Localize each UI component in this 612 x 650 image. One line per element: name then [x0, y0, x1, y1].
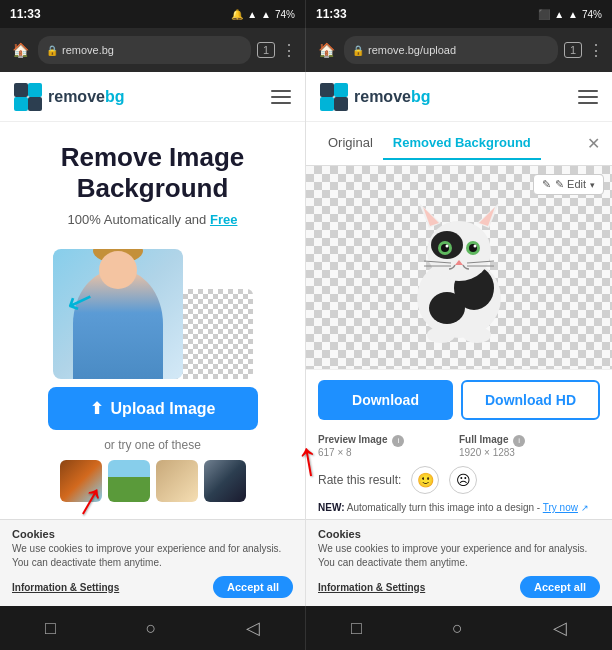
- thumbs-down-button[interactable]: ☹: [449, 466, 477, 494]
- home-icon-left[interactable]: 🏠: [8, 42, 32, 58]
- svg-point-21: [446, 244, 449, 247]
- status-icons-left: 🔔 ▲ ▲ 74%: [231, 9, 295, 20]
- edit-button[interactable]: ✎ ✎ Edit ▾: [533, 174, 604, 195]
- or-try-text: or try one of these: [104, 438, 201, 452]
- app-header-right: removebg: [306, 72, 612, 122]
- menu-icon-right[interactable]: ⋮: [588, 41, 604, 60]
- svg-point-29: [463, 327, 491, 343]
- cookie-actions-right: Information & Settings Accept all: [318, 576, 600, 598]
- hamburger-line-r1: [578, 90, 598, 92]
- lock-icon-right: 🔒: [352, 45, 364, 56]
- action-bar: Download Download HD: [306, 369, 612, 430]
- svg-rect-2: [14, 97, 28, 111]
- info-icon-preview[interactable]: i: [392, 435, 404, 447]
- try-now-link[interactable]: Try now: [543, 502, 578, 513]
- menu-icon-left[interactable]: ⋮: [281, 41, 297, 60]
- circle-icon-right[interactable]: ○: [452, 618, 463, 639]
- upload-button[interactable]: ⬆ Upload Image: [48, 387, 258, 430]
- circle-icon-left[interactable]: ○: [146, 618, 157, 639]
- svg-point-10: [429, 292, 465, 324]
- new-badge: NEW:: [318, 502, 344, 513]
- cookie-settings-left[interactable]: Information & Settings: [12, 582, 119, 593]
- cookie-accept-left[interactable]: Accept all: [213, 576, 293, 598]
- svg-rect-4: [320, 83, 334, 97]
- back-icon-right[interactable]: ◁: [553, 617, 567, 639]
- info-icon-full[interactable]: i: [513, 435, 525, 447]
- cookie-actions-left: Information & Settings Accept all: [12, 576, 293, 598]
- preview-area: ✎ ✎ Edit ▾: [306, 166, 612, 369]
- tab-removed-background[interactable]: Removed Background: [383, 127, 541, 160]
- image-info: Preview Image i 617 × 8 Full Image i 192…: [306, 430, 612, 462]
- wifi-icon-right: ▲: [554, 9, 564, 20]
- close-button[interactable]: ✕: [587, 134, 600, 153]
- bottom-nav-left: □ ○ ◁: [0, 606, 306, 650]
- rating-bar: Rate this result: 🙂 ☹: [306, 462, 612, 498]
- cookie-text-left: We use cookies to improve your experienc…: [12, 542, 293, 570]
- url-text-left: remove.bg: [62, 44, 243, 56]
- battery-right: 74%: [582, 9, 602, 20]
- bottom-nav-right: □ ○ ◁: [306, 606, 612, 650]
- tab-original[interactable]: Original: [318, 127, 383, 160]
- logo-left: removebg: [14, 83, 124, 111]
- hamburger-left[interactable]: [271, 90, 291, 104]
- square-icon-left[interactable]: □: [45, 618, 56, 639]
- cookie-banner-right: Cookies We use cookies to improve your e…: [306, 519, 612, 606]
- thumbs-up-button[interactable]: 🙂: [411, 466, 439, 494]
- hamburger-right[interactable]: [578, 90, 598, 104]
- sample-image-grass[interactable]: [108, 460, 150, 502]
- back-icon-left[interactable]: ◁: [246, 617, 260, 639]
- sample-image-dog[interactable]: [60, 460, 102, 502]
- nav-bar: 🏠 🔒 remove.bg 1 ⋮ 🏠 🔒 remove.bg/upload 1…: [0, 28, 612, 72]
- logo-text-left: removebg: [48, 88, 124, 106]
- sample-images: [60, 460, 246, 502]
- sample-dog-bg: [60, 460, 102, 502]
- hamburger-line-r3: [578, 102, 598, 104]
- external-link-icon: ↗: [581, 503, 589, 513]
- edit-icon: ✎: [542, 178, 551, 191]
- rate-label: Rate this result:: [318, 473, 401, 487]
- svg-rect-1: [28, 83, 42, 97]
- logo-accent-left: bg: [105, 88, 125, 105]
- svg-point-22: [474, 244, 477, 247]
- hero-image-area: ↙: [53, 239, 253, 379]
- cookie-settings-right[interactable]: Information & Settings: [318, 582, 425, 593]
- cookie-accept-right[interactable]: Accept all: [520, 576, 600, 598]
- cookie-text-right: We use cookies to improve your experienc…: [318, 542, 600, 570]
- left-panel: removebg Remove Image Background 100% Au…: [0, 72, 306, 606]
- preview-label: Preview Image: [318, 434, 387, 445]
- download-hd-button[interactable]: Download HD: [461, 380, 600, 420]
- tabs-icon-left[interactable]: 1: [257, 42, 275, 58]
- edit-label: ✎ Edit: [555, 178, 586, 191]
- url-bar-left[interactable]: 🔒 remove.bg: [38, 36, 251, 64]
- new-feature-text: Automatically turn this image into a des…: [347, 502, 543, 513]
- download-button[interactable]: Download: [318, 380, 453, 420]
- hamburger-line-2: [271, 96, 291, 98]
- right-tabs: Original Removed Background ✕: [306, 122, 612, 166]
- sample-image-cup[interactable]: [156, 460, 198, 502]
- subtitle-text: 100% Automatically and: [68, 212, 210, 227]
- panels-wrapper: removebg Remove Image Background 100% Au…: [0, 72, 612, 606]
- url-bar-right[interactable]: 🔒 remove.bg/upload: [344, 36, 558, 64]
- left-content: Remove Image Background 100% Automatical…: [0, 122, 305, 519]
- status-bar-left: 11:33 🔔 ▲ ▲ 74%: [0, 0, 306, 28]
- nav-left: 🏠 🔒 remove.bg 1 ⋮: [0, 28, 306, 72]
- cookie-banner-left: Cookies We use cookies to improve your e…: [0, 519, 305, 606]
- svg-rect-5: [334, 83, 348, 97]
- logo-accent-right: bg: [411, 88, 431, 105]
- sample-image-car[interactable]: [204, 460, 246, 502]
- signal-icon: ▲: [261, 9, 271, 20]
- home-icon-right[interactable]: 🏠: [314, 42, 338, 58]
- right-panel: removebg Original Removed Background ✕ ✎…: [306, 72, 612, 606]
- full-dimensions: 1920 × 1283: [459, 447, 515, 458]
- upload-button-label: Upload Image: [111, 400, 216, 418]
- chevron-down-icon: ▾: [590, 180, 595, 190]
- cat-svg: [399, 193, 519, 343]
- square-icon-right[interactable]: □: [351, 618, 362, 639]
- new-feature: NEW: Automatically turn this image into …: [306, 498, 612, 519]
- tabs-icon-right[interactable]: 1: [564, 42, 582, 58]
- sample-cup-bg: [156, 460, 198, 502]
- svg-rect-6: [320, 97, 334, 111]
- info-full: Full Image i 1920 × 1283: [459, 434, 600, 458]
- wifi-icon: ▲: [247, 9, 257, 20]
- status-bar-right: 11:33 ⬛ ▲ ▲ 74%: [306, 0, 612, 28]
